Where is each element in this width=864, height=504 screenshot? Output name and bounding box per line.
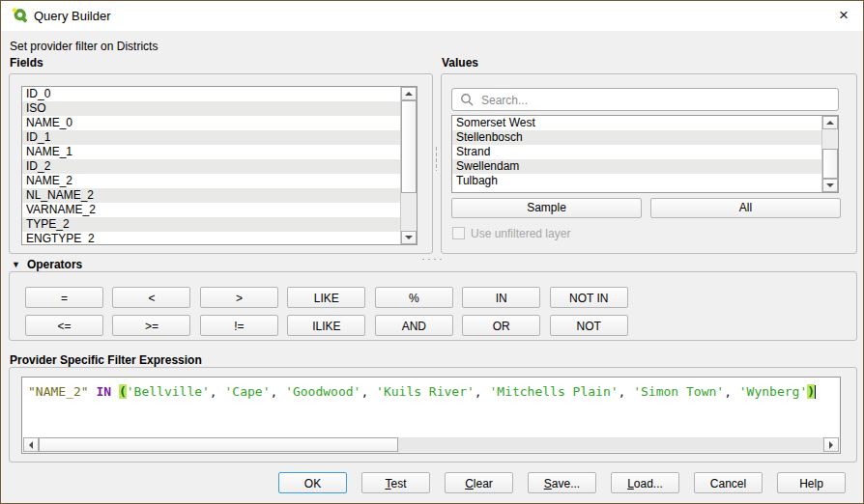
list-item[interactable]: ID_0: [22, 87, 400, 101]
comma-token: ,: [210, 384, 225, 399]
scrollbar-thumb[interactable]: [401, 100, 417, 193]
expression-section-label: Provider Specific Filter Expression: [10, 353, 202, 367]
operator-less-than-button[interactable]: <: [112, 287, 190, 308]
expression-groupbox: "NAME_2" IN ('Bellville', 'Cape', 'Goodw…: [9, 367, 857, 462]
all-button[interactable]: All: [650, 198, 841, 218]
comma-token: ,: [475, 384, 490, 399]
filter-expression-editor[interactable]: "NAME_2" IN ('Bellville', 'Cape', 'Goodw…: [21, 377, 841, 454]
expression-horizontal-scrollbar[interactable]: [23, 437, 839, 452]
checkbox-icon[interactable]: [452, 227, 465, 239]
dialog-button-bar: OK Test Clear Save... Load... Cancel Hel…: [278, 472, 846, 493]
expression-string-token: 'Goodwood': [285, 384, 360, 399]
operator-not-equal-button[interactable]: !=: [200, 315, 278, 336]
scroll-right-icon[interactable]: [823, 437, 839, 452]
operators-groupbox: = < > LIKE % IN NOT IN <= >= != ILIKE AN…: [9, 271, 857, 341]
list-item[interactable]: Swellendam: [452, 159, 821, 174]
operator-greater-than-button[interactable]: >: [200, 287, 278, 308]
operators-header[interactable]: ▼Operators: [12, 255, 82, 268]
close-paren-token: ): [807, 384, 815, 399]
expression-string-token: 'Bellville': [127, 384, 210, 399]
open-paren-token: (: [119, 384, 127, 399]
qgis-logo-icon: [11, 7, 28, 24]
expression-string-token: 'Kuils River': [376, 384, 475, 399]
expression-field-token: "NAME_2": [28, 384, 96, 399]
list-item[interactable]: NAME_0: [22, 116, 400, 130]
cancel-button[interactable]: Cancel: [694, 472, 763, 493]
values-list[interactable]: Somerset West Stellenbosch Strand Swelle…: [451, 115, 839, 193]
scroll-left-icon[interactable]: [23, 437, 39, 452]
operators-section-label: Operators: [27, 258, 82, 271]
title-bar[interactable]: Query Builder ×: [1, 1, 863, 31]
operator-or-button[interactable]: OR: [462, 315, 540, 336]
operator-less-equal-button[interactable]: <=: [25, 315, 103, 336]
expression-string-token: 'Mitchells Plain': [489, 384, 618, 399]
operator-equals-button[interactable]: =: [25, 287, 103, 308]
operator-and-button[interactable]: AND: [375, 315, 453, 336]
values-section-label: Values: [442, 56, 478, 70]
query-builder-dialog: Query Builder × Set provider filter on D…: [0, 0, 864, 504]
list-item[interactable]: NAME_2: [22, 174, 400, 188]
filter-expression-text: "NAME_2" IN ('Bellville', 'Cape', 'Goodw…: [28, 384, 816, 399]
load-button[interactable]: Load...: [611, 472, 679, 493]
operator-percent-button[interactable]: %: [375, 287, 453, 308]
operator-in-button[interactable]: IN: [462, 287, 540, 308]
sample-button[interactable]: Sample: [451, 198, 642, 218]
list-item[interactable]: VARNAME_2: [22, 203, 400, 217]
list-item[interactable]: NL_NAME_2: [22, 188, 400, 203]
scrollbar-thumb[interactable]: [822, 149, 838, 179]
comma-token: ,: [360, 384, 376, 399]
search-icon: [460, 93, 474, 106]
comma-token: ,: [270, 384, 285, 399]
ok-button[interactable]: OK: [278, 472, 347, 493]
dialog-subtitle: Set provider filter on Districts: [10, 40, 158, 53]
operator-like-button[interactable]: LIKE: [287, 287, 365, 308]
search-input[interactable]: [479, 90, 831, 111]
checkbox-label: Use unfiltered layer: [471, 227, 570, 240]
values-scrollbar[interactable]: [821, 116, 838, 192]
scroll-down-icon[interactable]: [401, 231, 417, 244]
operator-not-in-button[interactable]: NOT IN: [550, 287, 628, 308]
scroll-up-icon[interactable]: [822, 116, 838, 129]
list-item[interactable]: NAME_1: [22, 145, 400, 159]
expression-keyword-token: IN: [96, 384, 118, 399]
expression-string-token: 'Wynberg': [739, 384, 807, 399]
save-button[interactable]: Save...: [528, 472, 596, 493]
splitter-handle[interactable]: [435, 146, 438, 171]
help-button[interactable]: Help: [777, 472, 846, 493]
expression-string-token: 'Cape': [225, 384, 271, 399]
test-button[interactable]: Test: [361, 472, 430, 493]
search-box[interactable]: [451, 88, 839, 111]
list-item[interactable]: ISO: [22, 101, 400, 116]
collapse-triangle-icon[interactable]: ▼: [12, 260, 20, 269]
list-item[interactable]: Strand: [452, 145, 821, 159]
comma-token: ,: [724, 384, 739, 399]
values-groupbox: Somerset West Stellenbosch Strand Swelle…: [441, 73, 857, 254]
list-item[interactable]: Tulbagh: [452, 174, 821, 188]
use-unfiltered-layer-checkbox[interactable]: Use unfiltered layer: [452, 224, 570, 238]
scroll-down-icon[interactable]: [822, 179, 838, 192]
comma-token: ,: [619, 384, 634, 399]
text-caret: [815, 385, 816, 399]
splitter-handle[interactable]: [420, 258, 446, 261]
scrollbar-thumb[interactable]: [39, 437, 398, 452]
list-item[interactable]: ID_2: [22, 159, 400, 174]
fields-section-label: Fields: [10, 56, 43, 70]
window-title: Query Builder: [34, 1, 110, 31]
list-item[interactable]: Stellenbosch: [452, 130, 821, 145]
operator-ilike-button[interactable]: ILIKE: [287, 315, 365, 336]
list-item[interactable]: Somerset West: [452, 116, 821, 130]
list-item[interactable]: ENGTYPE_2: [22, 232, 400, 245]
list-item[interactable]: ID_1: [22, 130, 400, 145]
list-item[interactable]: TYPE_2: [22, 217, 400, 232]
fields-scrollbar[interactable]: [400, 87, 417, 244]
operator-not-button[interactable]: NOT: [550, 315, 628, 336]
fields-groupbox: ID_0 ISO NAME_0 ID_1 NAME_1 ID_2 NAME_2 …: [9, 73, 433, 254]
clear-button[interactable]: Clear: [445, 472, 513, 493]
expression-string-token: 'Simon Town': [633, 384, 724, 399]
scroll-up-icon[interactable]: [401, 87, 417, 100]
operator-greater-equal-button[interactable]: >=: [112, 315, 190, 336]
close-icon[interactable]: ×: [824, 1, 863, 31]
fields-list[interactable]: ID_0 ISO NAME_0 ID_1 NAME_1 ID_2 NAME_2 …: [21, 86, 418, 245]
